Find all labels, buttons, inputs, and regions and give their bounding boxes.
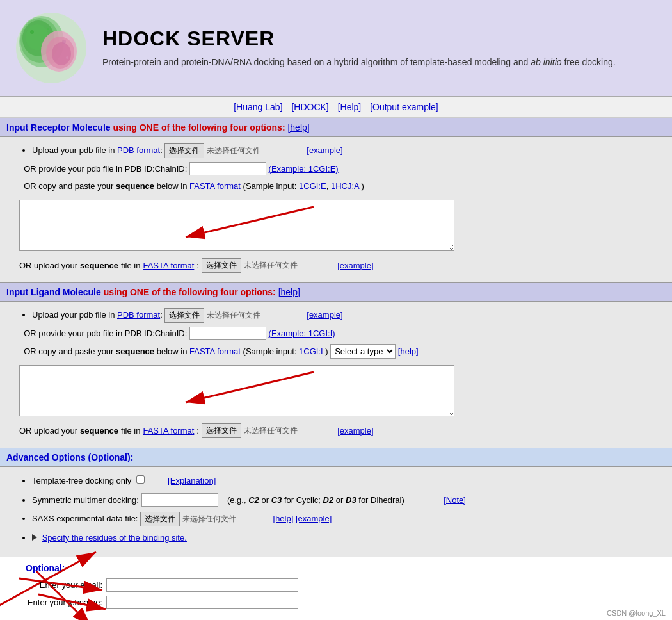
- ligand-section-header: Input Ligand Molecule using ONE of the f…: [0, 282, 672, 302]
- ligand-upload-pdb-btn[interactable]: 选择文件: [164, 308, 204, 323]
- ligand-option-red: using ONE of the following four options:: [104, 287, 276, 297]
- ligand-pdbid-input[interactable]: [189, 327, 266, 340]
- watermark: CSDN @loong_XL: [607, 609, 666, 617]
- email-row: Enter your email:: [26, 578, 659, 592]
- receptor-pdb-format-link[interactable]: PDB format: [117, 145, 160, 155]
- jobname-label: Enter your jobname:: [26, 598, 102, 607]
- logo: [13, 10, 90, 86]
- ligand-upload-pdb-item: Upload your pdb file in PDB format: 选择文件…: [32, 308, 659, 323]
- receptor-title: Input Receptor Molecule: [6, 122, 111, 133]
- triangle-icon: [32, 534, 37, 541]
- svg-point-9: [47, 28, 49, 30]
- svg-point-10: [62, 40, 66, 44]
- ligand-seq-example-link[interactable]: [example]: [337, 426, 373, 436]
- saxs-example-link[interactable]: [example]: [296, 514, 332, 523]
- receptor-upload-pdb-item: Upload your pdb file in PDB format: 选择文件…: [32, 143, 659, 158]
- ligand-type-select[interactable]: Select a typeProteinDNARNA: [330, 344, 396, 359]
- nav-help[interactable]: [Help]: [338, 102, 362, 112]
- receptor-sample-1hcj-link[interactable]: 1HCJ:A: [331, 181, 359, 191]
- receptor-seq-fasta-link[interactable]: FASTA format: [143, 261, 194, 270]
- receptor-upload-seq-row: OR upload your sequence file in FASTA fo…: [19, 258, 659, 273]
- receptor-seq-example-link[interactable]: [example]: [337, 261, 373, 270]
- ligand-pdbid-item: OR provide your pdb file in PDB ID:Chain…: [19, 327, 659, 341]
- ligand-seq-fasta-link[interactable]: FASTA format: [143, 426, 194, 436]
- receptor-upload-pdb-btn[interactable]: 选择文件: [164, 143, 204, 158]
- receptor-pdbid-example-link[interactable]: (Example: 1CGI:E): [269, 164, 339, 174]
- receptor-sequence-item: OR copy and paste your sequence below in…: [19, 180, 659, 193]
- ligand-content: Upload your pdb file in PDB format: 选择文件…: [0, 302, 672, 448]
- template-free-checkbox[interactable]: [136, 475, 145, 484]
- receptor-help-link[interactable]: [help]: [287, 122, 309, 133]
- jobname-row: Enter your jobname:: [26, 596, 659, 609]
- ligand-sequence-textarea[interactable]: [19, 365, 454, 416]
- ligand-seq-no-file: 未选择任何文件: [244, 425, 298, 436]
- receptor-sample-1cgi-link[interactable]: 1CGI:E: [299, 181, 326, 191]
- template-free-item: Template-free docking only [Explanation]: [32, 473, 659, 488]
- ligand-sequence-item: OR copy and paste your sequence below in…: [19, 344, 659, 359]
- optional-fields: Enter your email: Enter your jobname:: [26, 578, 659, 609]
- svg-point-7: [52, 42, 71, 65]
- ligand-upload-seq-btn[interactable]: 选择文件: [202, 423, 241, 438]
- saxs-upload-btn[interactable]: 选择文件: [140, 512, 180, 526]
- ligand-pdbid-example-link[interactable]: (Example: 1CGI:I): [269, 329, 335, 338]
- site-title: HDOCK SERVER: [102, 27, 659, 51]
- symmetric-item: Symmetric multimer docking: (e.g., C2 or…: [32, 493, 659, 507]
- receptor-pdbid-item: OR provide your pdb file in PDB ID:Chain…: [19, 162, 659, 176]
- receptor-fasta-format-link[interactable]: FASTA format: [189, 181, 241, 191]
- email-input[interactable]: [106, 578, 298, 592]
- ligand-textarea-container: [19, 363, 454, 419]
- receptor-pdb-no-file: 未选择任何文件: [207, 146, 260, 155]
- email-label: Enter your email:: [26, 580, 102, 590]
- receptor-textarea-container: [19, 197, 454, 254]
- header-text: HDOCK SERVER Protein-protein and protein…: [102, 27, 659, 69]
- header: HDOCK SERVER Protein-protein and protein…: [0, 0, 672, 97]
- site-description: Protein-protein and protein-DNA/RNA dock…: [102, 56, 659, 69]
- optional-section: Optional: Enter your email: Enter your j…: [0, 557, 672, 619]
- template-free-explanation-link[interactable]: [Explanation]: [168, 476, 216, 485]
- saxs-help-link[interactable]: [help]: [273, 514, 294, 523]
- svg-point-11: [66, 56, 68, 59]
- advanced-section-header: Advanced Options (Optional):: [0, 448, 672, 467]
- receptor-pdbid-input[interactable]: [189, 162, 266, 175]
- receptor-pdb-example-link[interactable]: [example]: [307, 145, 342, 155]
- saxs-item: SAXS experimental data file: 选择文件 未选择任何文…: [32, 511, 659, 526]
- symmetric-note-link[interactable]: [Note]: [444, 495, 466, 505]
- receptor-content: Upload your pdb file in PDB format: 选择文件…: [0, 137, 672, 282]
- receptor-section-header: Input Receptor Molecule using ONE of the…: [0, 118, 672, 137]
- nav-output-example[interactable]: [Output example]: [370, 102, 438, 112]
- ligand-pdb-no-file: 未选择任何文件: [207, 311, 260, 320]
- advanced-title: Advanced Options (Optional):: [6, 452, 133, 462]
- binding-site-item: Specify the residues of the binding site…: [32, 530, 659, 546]
- ligand-title: Input Ligand Molecule: [6, 287, 101, 297]
- ligand-help-seq-link[interactable]: [help]: [398, 347, 419, 356]
- jobname-input[interactable]: [106, 596, 298, 609]
- advanced-content: Template-free docking only [Explanation]…: [0, 467, 672, 556]
- navigation: [Huang Lab] [HDOCK] [Help] [Output examp…: [0, 97, 672, 118]
- nav-hdock[interactable]: [HDOCK]: [291, 102, 328, 112]
- svg-point-8: [30, 30, 34, 34]
- ligand-pdb-format-link[interactable]: PDB format: [117, 310, 160, 320]
- receptor-sequence-textarea[interactable]: [19, 200, 454, 251]
- receptor-option-red: using ONE of the following four options:: [113, 122, 285, 133]
- ligand-fasta-format-link[interactable]: FASTA format: [189, 347, 241, 356]
- receptor-upload-seq-btn[interactable]: 选择文件: [202, 258, 241, 273]
- symmetric-input[interactable]: [141, 493, 218, 507]
- saxs-no-file: 未选择任何文件: [182, 514, 236, 523]
- ligand-pdb-example-link[interactable]: [example]: [307, 310, 342, 320]
- optional-title: Optional:: [26, 563, 659, 573]
- nav-huang-lab[interactable]: [Huang Lab]: [234, 102, 282, 112]
- ligand-help-link[interactable]: [help]: [278, 287, 300, 297]
- ligand-upload-seq-row: OR upload your sequence file in FASTA fo…: [19, 423, 659, 438]
- ligand-sample-1cgi-link[interactable]: 1CGI:I: [299, 347, 323, 356]
- binding-site-link[interactable]: Specify the residues of the binding site…: [42, 533, 187, 542]
- receptor-seq-no-file: 未选择任何文件: [244, 260, 298, 271]
